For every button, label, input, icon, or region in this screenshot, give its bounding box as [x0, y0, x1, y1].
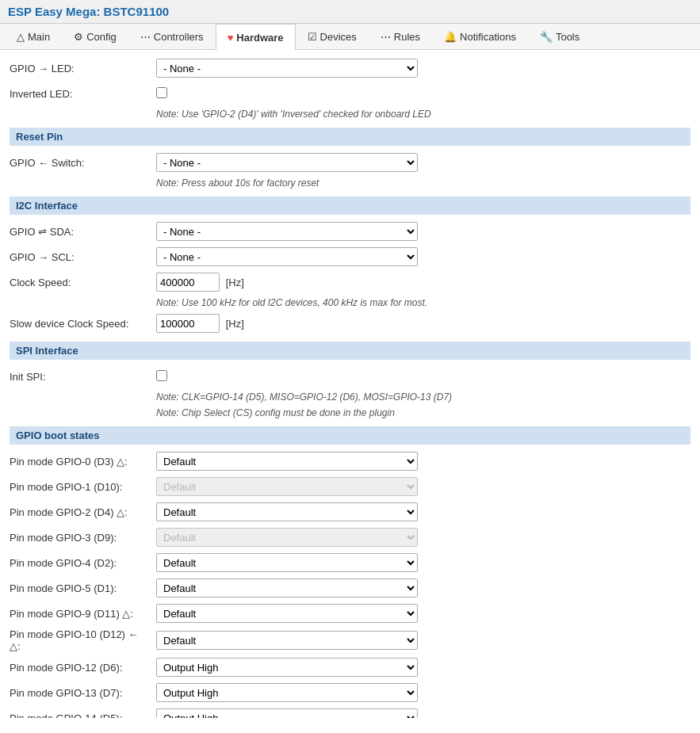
clock-note: Note: Use 100 kHz for old I2C devices, 4…: [156, 297, 690, 308]
clock-speed-input[interactable]: [156, 273, 220, 292]
gpio-sda-select[interactable]: - None -: [156, 222, 418, 241]
init-spi-checkbox[interactable]: [156, 370, 167, 381]
gpio-pin-label-6: Pin mode GPIO-9 (D11) △:: [10, 608, 156, 620]
gpio-pin-row-8: Pin mode GPIO-12 (D6):DefaultOutput LowO…: [10, 657, 690, 678]
gpio-pin-select-1[interactable]: DefaultOutput LowOutput HighInputInput P…: [156, 477, 418, 496]
gpio-pin-row-10: Pin mode GPIO-14 (D5):DefaultOutput LowO…: [10, 708, 690, 718]
gpio-pin-label-9: Pin mode GPIO-13 (D7):: [10, 687, 156, 699]
gpio-pin-row-9: Pin mode GPIO-13 (D7):DefaultOutput LowO…: [10, 682, 690, 703]
gpio-pin-select-5[interactable]: DefaultOutput LowOutput HighInputInput P…: [156, 578, 418, 597]
gpio-switch-label: GPIO ← Switch:: [10, 157, 156, 169]
gpio-pin-row-3: Pin mode GPIO-3 (D9):DefaultOutput LowOu…: [10, 527, 690, 548]
gpio-pin-label-10: Pin mode GPIO-14 (D5):: [10, 712, 156, 719]
gpio-pin-label-1: Pin mode GPIO-1 (D10):: [10, 481, 156, 493]
gpio-pin-row-6: Pin mode GPIO-9 (D11) △:DefaultOutput Lo…: [10, 603, 690, 624]
inverted-led-row: Inverted LED:: [10, 83, 690, 104]
reset-pin-section-header: Reset Pin: [10, 128, 690, 146]
hardware-icon: ♥: [228, 32, 234, 44]
gpio-boot-pins: Pin mode GPIO-0 (D3) △:DefaultOutput Low…: [10, 451, 690, 718]
tools-icon: 🔧: [540, 31, 553, 43]
i2c-section-header: I2C Interface: [10, 197, 690, 215]
gpio-scl-label: GPIO → SCL:: [10, 251, 156, 263]
gpio-pin-row-5: Pin mode GPIO-5 (D1):DefaultOutput LowOu…: [10, 578, 690, 598]
gpio-pin-row-7: Pin mode GPIO-10 (D12) ← △:DefaultOutput…: [10, 628, 690, 652]
slow-clock-label: Slow device Clock Speed:: [10, 318, 156, 330]
devices-icon: ☑: [308, 31, 317, 43]
inverted-led-checkbox[interactable]: [156, 87, 167, 98]
gpio-pin-label-0: Pin mode GPIO-0 (D3) △:: [10, 456, 156, 468]
reset-pin-note: Note: Press about 10s for factory reset: [156, 178, 690, 189]
gpio-pin-select-9[interactable]: DefaultOutput LowOutput HighInputInput P…: [156, 683, 418, 702]
gpio-pin-row-2: Pin mode GPIO-2 (D4) △:DefaultOutput Low…: [10, 502, 690, 522]
gpio-pin-label-3: Pin mode GPIO-3 (D9):: [10, 532, 156, 544]
gpio-pin-select-7[interactable]: DefaultOutput LowOutput HighInputInput P…: [156, 631, 418, 650]
clock-hz-label: [Hz]: [226, 277, 244, 288]
title-bar: ESP Easy Mega: BSTC91100: [0, 0, 700, 24]
tab-config[interactable]: ⚙ Config: [62, 24, 128, 49]
spi-section-header: SPI Interface: [10, 342, 690, 360]
gpio-pin-label-5: Pin mode GPIO-5 (D1):: [10, 582, 156, 594]
slow-clock-row: Slow device Clock Speed: [Hz]: [10, 313, 690, 334]
notifications-icon: 🔔: [444, 31, 457, 43]
gpio-pin-label-7: Pin mode GPIO-10 (D12) ← △:: [10, 628, 156, 652]
spi-note2: Note: Chip Select (CS) config must be do…: [156, 407, 690, 418]
init-spi-label: Init SPI:: [10, 371, 156, 383]
inverted-led-note: Note: Use 'GPIO-2 (D4)' with 'Inversed' …: [156, 109, 690, 120]
clock-speed-row: Clock Speed: [Hz]: [10, 272, 690, 292]
nav-tabs: △ Main ⚙ Config ⋯ Controllers ♥ Hardware…: [0, 24, 700, 50]
gpio-led-row: GPIO → LED: - None -: [10, 58, 690, 78]
gpio-sda-label: GPIO ⇌ SDA:: [10, 226, 156, 238]
content-area: GPIO → LED: - None - Inverted LED: Note:…: [0, 50, 700, 718]
gpio-led-label: GPIO → LED:: [10, 63, 156, 74]
gpio-boot-section-header: GPIO boot states: [10, 426, 690, 445]
rules-icon: ⋯: [381, 31, 391, 43]
main-icon: △: [17, 31, 25, 43]
gpio-scl-row: GPIO → SCL: - None -: [10, 246, 690, 267]
controllers-icon: ⋯: [140, 31, 151, 43]
tab-rules[interactable]: ⋯ Rules: [369, 24, 432, 49]
page-title: ESP Easy Mega: BSTC91100: [8, 5, 169, 18]
gpio-pin-row-1: Pin mode GPIO-1 (D10):DefaultOutput LowO…: [10, 476, 690, 497]
gpio-pin-label-8: Pin mode GPIO-12 (D6):: [10, 662, 156, 674]
gpio-pin-select-4[interactable]: DefaultOutput LowOutput HighInputInput P…: [156, 553, 418, 572]
tab-tools[interactable]: 🔧 Tools: [528, 24, 591, 49]
init-spi-row: Init SPI:: [10, 366, 690, 387]
tab-main[interactable]: △ Main: [5, 24, 62, 49]
gpio-pin-row-4: Pin mode GPIO-4 (D2):DefaultOutput LowOu…: [10, 552, 690, 573]
config-icon: ⚙: [74, 31, 83, 43]
tab-notifications[interactable]: 🔔 Notifications: [432, 24, 528, 49]
tab-devices[interactable]: ☑ Devices: [296, 24, 369, 49]
gpio-pin-select-6[interactable]: DefaultOutput LowOutput HighInputInput P…: [156, 604, 418, 623]
gpio-led-select[interactable]: - None -: [156, 59, 418, 78]
clock-speed-label: Clock Speed:: [10, 277, 156, 288]
gpio-pin-select-0[interactable]: DefaultOutput LowOutput HighInputInput P…: [156, 452, 418, 471]
inverted-led-label: Inverted LED:: [10, 88, 156, 100]
gpio-pin-label-2: Pin mode GPIO-2 (D4) △:: [10, 506, 156, 518]
tab-hardware[interactable]: ♥ Hardware: [216, 24, 296, 50]
gpio-scl-select[interactable]: - None -: [156, 247, 418, 266]
gpio-sda-row: GPIO ⇌ SDA: - None -: [10, 221, 690, 242]
gpio-pin-select-8[interactable]: DefaultOutput LowOutput HighInputInput P…: [156, 658, 418, 677]
gpio-pin-select-2[interactable]: DefaultOutput LowOutput HighInputInput P…: [156, 502, 418, 521]
gpio-switch-row: GPIO ← Switch: - None -: [10, 152, 690, 173]
gpio-pin-select-3[interactable]: DefaultOutput LowOutput HighInputInput P…: [156, 528, 418, 547]
slow-clock-input[interactable]: [156, 314, 220, 333]
spi-note1: Note: CLK=GPIO-14 (D5), MISO=GPIO-12 (D6…: [156, 391, 690, 403]
gpio-pin-row-0: Pin mode GPIO-0 (D3) △:DefaultOutput Low…: [10, 451, 690, 471]
tab-controllers[interactable]: ⋯ Controllers: [128, 24, 216, 49]
slow-clock-hz-label: [Hz]: [226, 318, 244, 330]
gpio-pin-select-10[interactable]: DefaultOutput LowOutput HighInputInput P…: [156, 708, 418, 718]
gpio-pin-label-4: Pin mode GPIO-4 (D2):: [10, 557, 156, 569]
gpio-switch-select[interactable]: - None -: [156, 153, 418, 172]
